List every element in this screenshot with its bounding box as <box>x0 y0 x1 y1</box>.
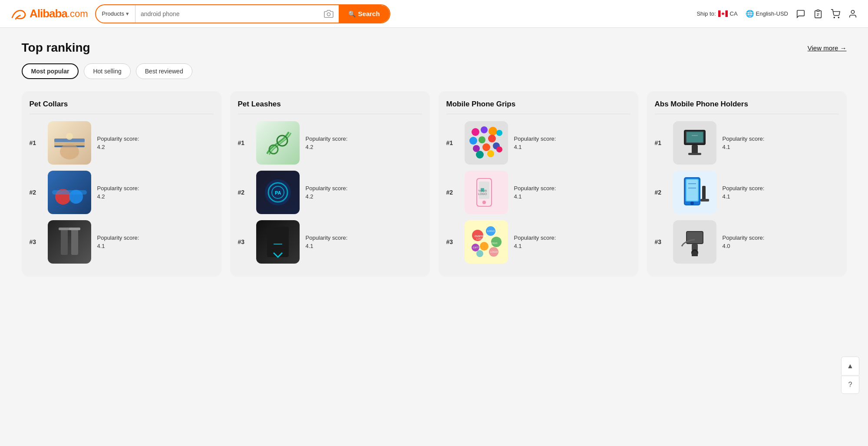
product-score: Popularity score: 4.1 <box>514 135 556 152</box>
product-card-pet-collars: Pet Collars #1 Popularity score: 4.2 <box>22 91 221 277</box>
svg-point-0 <box>327 13 330 16</box>
globe-icon: 🌐 <box>746 10 754 18</box>
svg-point-74 <box>690 202 694 205</box>
product-image[interactable]: CUSTOM LOGO LOGO LOGO GIFT LOGO <box>465 220 508 264</box>
svg-rect-3 <box>817 10 819 11</box>
language-selector[interactable]: 🌐 English-USD <box>746 10 788 18</box>
list-item[interactable]: #1 <box>446 121 630 165</box>
product-card-title: Abs Mobile Phone Holders <box>655 100 839 114</box>
list-item[interactable]: #2 PA Popularity score: 4.2 <box>238 171 422 214</box>
svg-rect-66 <box>692 145 698 154</box>
tab-best-reviewed[interactable]: Best reviewed <box>136 63 192 79</box>
product-score: Popularity score: 4.1 <box>723 184 765 201</box>
tab-hot-selling[interactable]: Hot selling <box>84 63 130 79</box>
svg-point-52 <box>480 242 488 251</box>
svg-point-39 <box>476 151 484 159</box>
product-score: Popularity score: 4.2 <box>306 184 348 201</box>
product-image[interactable] <box>48 171 91 214</box>
svg-rect-27 <box>267 227 289 257</box>
svg-text:LOGO: LOGO <box>478 192 487 195</box>
product-image[interactable]: PA <box>256 171 300 214</box>
clipboard-icon[interactable] <box>813 9 823 19</box>
svg-text:LOGO: LOGO <box>487 230 495 232</box>
product-card-title: Pet Leashes <box>238 100 422 114</box>
product-score: Popularity score: 4.2 <box>97 135 139 152</box>
product-rank: #3 <box>446 238 459 245</box>
svg-point-40 <box>487 150 494 157</box>
cart-icon[interactable] <box>831 9 840 19</box>
product-image[interactable]: YOUR LOGO <box>465 171 508 214</box>
products-grid: Pet Collars #1 Popularity score: 4.2 <box>22 91 847 277</box>
svg-text:GIFT: GIFT <box>473 246 479 249</box>
product-score: Popularity score: 4.2 <box>97 184 139 201</box>
product-card-title: Pet Collars <box>30 100 214 114</box>
search-label: Search <box>358 10 380 17</box>
product-image[interactable] <box>48 121 91 165</box>
ship-to[interactable]: Ship to: CA <box>696 10 737 17</box>
product-score: Popularity score: 4.1 <box>97 234 139 251</box>
product-image[interactable] <box>673 220 716 264</box>
svg-rect-64 <box>686 132 703 142</box>
product-image[interactable] <box>256 220 300 264</box>
list-item[interactable]: #1 Popularity score: 4.2 <box>30 121 214 165</box>
product-card-abs-holders: Abs Mobile Phone Holders #1 Popularity s… <box>647 91 847 277</box>
svg-rect-20 <box>69 228 80 230</box>
product-image[interactable] <box>673 121 716 165</box>
search-icon: 🔍 <box>348 10 356 17</box>
svg-point-41 <box>496 146 502 152</box>
ship-to-label: Ship to: <box>696 10 716 17</box>
product-rank: #1 <box>238 139 250 146</box>
alibaba-logo-icon <box>10 7 28 20</box>
svg-point-6 <box>834 17 835 18</box>
product-rank: #2 <box>238 189 250 196</box>
tab-most-popular[interactable]: Most popular <box>22 63 79 79</box>
svg-rect-75 <box>702 186 706 201</box>
svg-rect-78 <box>687 232 703 243</box>
list-item[interactable]: #1 Popularity score: 4.1 <box>655 121 839 165</box>
product-image[interactable] <box>465 121 508 165</box>
list-item[interactable]: #3 Popularity score: 4.1 <box>238 220 422 264</box>
svg-text:PA: PA <box>275 190 281 195</box>
view-more-link[interactable]: View more → <box>808 44 847 52</box>
product-card-mobile-grips: Mobile Phone Grips #1 <box>439 91 638 277</box>
svg-point-22 <box>277 135 287 146</box>
list-item[interactable]: #2 Popularity score: 4.2 <box>30 171 214 214</box>
svg-point-7 <box>838 17 839 18</box>
product-score: Popularity score: 4.1 <box>723 135 765 152</box>
svg-point-35 <box>496 130 502 136</box>
search-category-label: Products <box>102 10 124 17</box>
product-rank: #3 <box>238 238 250 245</box>
product-image[interactable] <box>256 121 300 165</box>
search-input[interactable] <box>135 10 319 17</box>
list-item[interactable]: #1 Popularity score: 4.2 <box>238 121 422 165</box>
svg-text:LOGO: LOGO <box>490 242 498 244</box>
list-item[interactable]: #3 CUSTOM LOGO LOGO LOGO GIFT <box>446 220 630 264</box>
svg-text:YOUR: YOUR <box>478 189 487 192</box>
svg-rect-67 <box>688 153 701 155</box>
svg-rect-19 <box>59 228 70 230</box>
product-image[interactable] <box>48 220 91 264</box>
chevron-down-icon: ▾ <box>126 10 129 17</box>
product-score: Popularity score: 4.1 <box>306 234 348 251</box>
svg-text:LOGO: LOGO <box>476 238 484 240</box>
list-item[interactable]: #2 YOUR LOGO Popularity score: 4.1 <box>446 171 630 214</box>
product-rank: #2 <box>446 189 459 196</box>
svg-rect-71 <box>686 180 698 201</box>
svg-point-32 <box>469 137 477 145</box>
list-item[interactable]: #3 Popularity score: 4.1 <box>30 220 214 264</box>
list-item[interactable]: #3 Popularity score: 4.0 <box>655 220 839 264</box>
product-rank: #1 <box>446 139 459 146</box>
logo[interactable]: Alibaba.com <box>10 7 88 20</box>
product-image[interactable] <box>673 171 716 214</box>
camera-icon[interactable] <box>319 9 339 19</box>
list-item[interactable]: #2 Popularity score: <box>655 171 839 214</box>
svg-point-8 <box>851 10 854 13</box>
section-header: Top ranking View more → <box>22 41 847 55</box>
search-button[interactable]: 🔍 Search <box>339 5 389 23</box>
header: Alibaba.com Products ▾ 🔍 Search Ship to: <box>0 0 868 28</box>
canada-flag-icon <box>718 10 728 17</box>
messages-icon[interactable] <box>796 9 805 19</box>
search-category-dropdown[interactable]: Products ▾ <box>96 5 135 23</box>
user-icon[interactable] <box>848 9 858 19</box>
svg-point-34 <box>488 135 496 142</box>
